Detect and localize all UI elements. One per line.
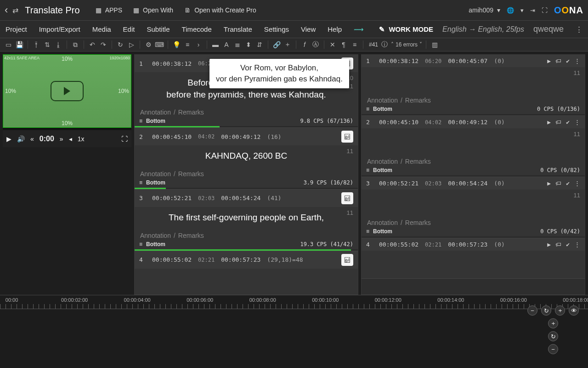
check-icon[interactable]: ✔	[566, 119, 570, 126]
subtitle-row[interactable]: 400:00:55:0202:2100:00:57:23(29,18)=48🗟	[135, 251, 358, 295]
prev-icon[interactable]: «	[30, 135, 34, 143]
plus-icon[interactable]: ＋	[283, 40, 292, 49]
subtitle-text[interactable]: 11	[362, 128, 585, 156]
menu-project[interactable]: Project	[6, 25, 27, 33]
back-icon[interactable]: ‹	[5, 4, 8, 16]
subtitle-row[interactable]: 300:00:52:2102:0300:00:54:24(41)🗟11The f…	[135, 190, 358, 251]
speed-label[interactable]: 1x	[78, 135, 85, 143]
source-pane[interactable]: 100:00:38:1206:2000:00:45:07(29,32)=61🗟1…	[134, 54, 358, 295]
subtitle-row[interactable]: 200:00:45:1004:0200:00:49:12(0)▶🏷✔⋮11Ann…	[362, 116, 585, 177]
swap-icon[interactable]: ⇵	[255, 40, 264, 49]
translate-button[interactable]: 🗟	[341, 131, 353, 143]
tc-dur[interactable]: 02:21	[425, 242, 441, 248]
tc-out[interactable]: 00:00:49:12	[448, 119, 487, 126]
tc-out[interactable]: 00:00:54:24	[221, 195, 260, 201]
menu-media[interactable]: Media	[92, 25, 111, 33]
tc-out[interactable]: 00:00:57:23	[448, 241, 487, 248]
play-icon[interactable]: ▶	[6, 135, 11, 143]
style-icon[interactable]: Ⓐ	[311, 40, 320, 49]
tc-in[interactable]: 00:00:45:10	[379, 119, 418, 126]
tc-dur[interactable]: 06:20	[425, 58, 441, 64]
annotation-row[interactable]: Annotation/Remarks	[362, 95, 585, 105]
rect-icon[interactable]: ▬	[211, 40, 220, 49]
gear-icon[interactable]: ⚙	[144, 40, 153, 49]
tc-in[interactable]: 00:00:55:02	[152, 256, 192, 263]
position-label[interactable]: Bottom	[373, 228, 392, 235]
subtitle-text[interactable]: 11KAHNDAQ, 2600 BC	[135, 145, 358, 168]
info-icon[interactable]: ⓘ	[380, 40, 389, 49]
subtitle-text[interactable]: 11	[362, 190, 585, 217]
save-icon[interactable]: 💾	[15, 40, 24, 49]
subtitle-text[interactable]: 11The first self-governing people on Ear…	[135, 207, 358, 230]
italic-icon[interactable]: f	[300, 40, 309, 49]
position-label[interactable]: Bottom	[146, 179, 165, 186]
tc-in[interactable]: 00:00:38:12	[379, 58, 418, 64]
menu-translate[interactable]: Translate	[224, 25, 252, 33]
subtitle-text[interactable]	[135, 269, 358, 295]
list-icon[interactable]: ≡	[183, 40, 192, 49]
play-icon[interactable]: ▷	[127, 40, 136, 49]
subtitle-text[interactable]: 11	[362, 67, 585, 95]
menu-edit[interactable]: Edit	[123, 25, 135, 33]
subtitle-text[interactable]	[362, 251, 585, 278]
menu-settings[interactable]: Settings	[264, 25, 289, 33]
sort-icon[interactable]: ⇅	[43, 40, 52, 49]
subtitle-row[interactable]: 300:00:52:2102:0300:00:54:24(0)▶🏷✔⋮11Ann…	[362, 177, 585, 238]
align-icon[interactable]: ≡	[139, 118, 142, 124]
expand-icon[interactable]: ⛶	[121, 135, 128, 143]
keyboard-icon[interactable]: ⌨	[155, 40, 164, 49]
more-icon[interactable]: ⋮	[574, 58, 580, 64]
target-pane[interactable]: 100:00:38:1206:2000:00:45:07(0)▶🏷✔⋮11Ann…	[361, 54, 585, 295]
next-icon[interactable]: ›	[194, 40, 203, 49]
tc-in[interactable]: 00:00:55:02	[379, 241, 418, 248]
wand-icon[interactable]: ⟿	[354, 25, 364, 34]
remove-button[interactable]: −	[548, 344, 558, 354]
clear-icon[interactable]: ✕	[328, 40, 337, 49]
globe-icon[interactable]: 🌐	[507, 7, 514, 14]
apps-menu[interactable]: ▦APPS	[96, 6, 122, 14]
annotation-row[interactable]: Annotation/Remarks	[135, 230, 358, 240]
subtitle-row[interactable]: 200:00:45:1004:0200:00:49:12(16)🗟11KAHND…	[135, 128, 358, 190]
tc-dur[interactable]: 02:21	[198, 257, 215, 263]
reset-button[interactable]: ↻	[541, 305, 551, 316]
zoom-in-button[interactable]: ＋	[555, 305, 565, 316]
bars-icon[interactable]: ≡	[350, 40, 359, 49]
position-label[interactable]: Bottom	[146, 241, 165, 247]
more-icon[interactable]: ⋮	[576, 25, 582, 34]
fullscreen-icon[interactable]: ⛶	[542, 7, 548, 14]
position-label[interactable]: Bottom	[373, 106, 392, 112]
more-icon[interactable]: ⋮	[574, 119, 580, 126]
subtitle-row[interactable]: 400:00:55:0202:2100:00:57:23(0)▶🏷✔⋮	[362, 238, 585, 279]
subtitle-row[interactable]: 100:00:38:1206:2000:00:45:07(0)▶🏷✔⋮11Ann…	[362, 55, 585, 116]
work-mode[interactable]: ✎ WORK MODE	[379, 25, 433, 34]
tc-dur[interactable]: 02:03	[198, 195, 215, 201]
annotation-row[interactable]: Annotation/Remarks	[362, 217, 585, 227]
volume-icon[interactable]: 🔊	[17, 135, 25, 143]
play-row-icon[interactable]: ▶	[547, 241, 551, 248]
vertical-icon[interactable]: ⬍	[244, 40, 253, 49]
pilcrow-icon[interactable]: ¶	[339, 40, 348, 49]
tc-in[interactable]: 00:00:52:21	[152, 195, 192, 201]
position-label[interactable]: Bottom	[146, 118, 165, 124]
play-row-icon[interactable]: ▶	[547, 58, 551, 64]
zoom-out-button[interactable]: −	[527, 305, 537, 316]
menu-help[interactable]: Help	[328, 25, 342, 33]
download-icon[interactable]: ⭳	[54, 40, 63, 49]
more-icon[interactable]: ⋮	[574, 180, 580, 187]
exit-icon[interactable]: ⇥	[530, 7, 535, 14]
translate-button[interactable]: 🗟	[341, 254, 353, 266]
tc-in[interactable]: 00:00:38:12	[152, 60, 192, 67]
translate-button[interactable]: 🗟	[341, 192, 353, 204]
align-icon[interactable]: ≡	[139, 179, 142, 186]
open-with-create-pro[interactable]: 🗎Open with Create Pro	[184, 6, 256, 14]
tc-in[interactable]: 00:00:52:21	[379, 180, 418, 187]
align-icon[interactable]: ≡	[366, 106, 369, 112]
panel-icon[interactable]: ▥	[430, 40, 439, 49]
tag-icon[interactable]: 🏷	[555, 241, 561, 248]
timeline[interactable]: 00:0000:00:02:0000:00:04:0000:00:06:0000…	[0, 295, 588, 368]
annotation-row[interactable]: Annotation/Remarks	[135, 168, 358, 178]
menu-view[interactable]: View	[301, 25, 316, 33]
tc-in[interactable]: 00:00:45:10	[152, 133, 192, 140]
loop-icon[interactable]: ↻	[116, 40, 125, 49]
redo-icon[interactable]: ↷	[99, 40, 108, 49]
